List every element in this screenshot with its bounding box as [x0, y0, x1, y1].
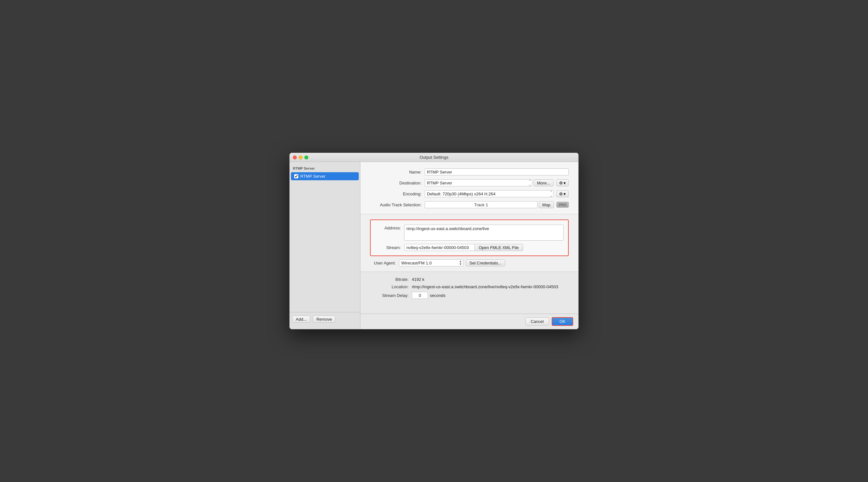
open-fmle-button[interactable]: Open FMLE XML File — [475, 244, 523, 251]
add-button[interactable]: Add... — [292, 316, 310, 323]
ok-button[interactable]: OK — [552, 317, 573, 326]
address-label: Address: — [375, 225, 401, 230]
audio-track-label: Audio Track Selection: — [370, 202, 422, 207]
maximize-button[interactable] — [305, 156, 308, 159]
encoding-gear-icon: ⚙ — [559, 192, 563, 196]
middle-section: Address: rtmp://ingest-us-east.a.switchb… — [361, 214, 578, 272]
user-agent-select-wrapper: Wirecast/FM 1.0 ▲▼ — [399, 259, 463, 266]
stream-input[interactable] — [404, 244, 475, 251]
sidebar-item-label: RTMP Server — [300, 174, 326, 179]
destination-select[interactable]: RTMP Server — [425, 179, 532, 186]
window-footer: Cancel OK — [361, 314, 578, 329]
bitrate-row: Bitrate: 4192 k — [370, 277, 569, 282]
sidebar-footer: Add... Remove — [290, 312, 360, 326]
encoding-dropdown-icon: ▾ — [563, 192, 566, 196]
bitrate-label: Bitrate: — [370, 277, 409, 282]
set-credentials-button[interactable]: Set Credentials... — [466, 259, 505, 266]
location-label: Location: — [370, 284, 409, 289]
encoding-select[interactable]: Default: 720p30 (4Mbps) x264 H.264 — [425, 190, 554, 197]
user-agent-label: User Agent: — [370, 261, 396, 265]
destination-label: Destination: — [370, 181, 422, 185]
traffic-lights — [293, 156, 308, 159]
rtmp-settings-box: Address: rtmp://ingest-us-east.a.switchb… — [370, 220, 569, 256]
user-agent-select[interactable]: Wirecast/FM 1.0 — [399, 259, 463, 266]
gear-icon: ⚙ — [559, 181, 563, 185]
name-input[interactable] — [425, 168, 569, 175]
cancel-button[interactable]: Cancel — [525, 318, 549, 325]
more-button[interactable]: More... — [534, 179, 554, 186]
pro-badge: PRO — [557, 202, 569, 207]
sidebar-item-rtmp-server[interactable]: RTMP Server — [291, 172, 359, 180]
remove-button[interactable]: Remove — [313, 316, 335, 323]
window-title: Output Settings — [420, 155, 448, 160]
close-button[interactable] — [293, 156, 297, 159]
location-row: Location: rtmp://ingest-us-east.a.switch… — [370, 284, 569, 289]
audio-track-row: Audio Track Selection: Track 1 Map PRO — [370, 201, 569, 208]
encoding-label: Encoding: — [370, 192, 422, 196]
destination-gear-button[interactable]: ⚙ ▾ — [556, 179, 569, 186]
encoding-gear-button[interactable]: ⚙ ▾ — [556, 190, 569, 197]
sidebar: RTMP Server RTMP Server Add... Remove — [290, 162, 361, 329]
destination-row: Destination: RTMP Server ⌃⌄ More... ⚙ ▾ — [370, 179, 569, 186]
address-input[interactable]: rtmp://ingest-us-east.a.switchboard.zone… — [404, 225, 563, 241]
bottom-section: Bitrate: 4192 k Location: rtmp://ingest-… — [361, 272, 578, 314]
location-value: rtmp://ingest-us-east.a.switchboard.zone… — [412, 284, 558, 289]
stream-row: Stream: Open FMLE XML File — [375, 244, 563, 251]
content-area: Name: Destination: RTMP Server ⌃⌄ More..… — [361, 162, 578, 329]
minimize-button[interactable] — [299, 156, 303, 159]
stream-delay-row: Stream Delay: seconds — [370, 292, 569, 299]
name-row: Name: — [370, 168, 569, 175]
name-label: Name: — [370, 170, 422, 174]
dropdown-arrow-icon: ▾ — [563, 181, 566, 185]
audio-track-field: Track 1 — [425, 201, 537, 208]
stream-label: Stream: — [375, 245, 401, 250]
user-agent-row: User Agent: Wirecast/FM 1.0 ▲▼ Set Crede… — [370, 259, 569, 266]
stream-delay-label: Stream Delay: — [370, 293, 409, 298]
address-row: Address: rtmp://ingest-us-east.a.switchb… — [375, 225, 563, 241]
top-section: Name: Destination: RTMP Server ⌃⌄ More..… — [361, 162, 578, 214]
map-button[interactable]: Map — [539, 201, 554, 208]
output-settings-window: Output Settings RTMP Server RTMP Server … — [289, 153, 579, 329]
stream-delay-input[interactable] — [412, 292, 428, 299]
audio-track-value: Track 1 — [474, 202, 488, 207]
title-bar: Output Settings — [290, 153, 578, 162]
sidebar-item-checkbox[interactable] — [294, 174, 298, 178]
sidebar-section-label: RTMP Server — [290, 165, 360, 172]
encoding-row: Encoding: Default: 720p30 (4Mbps) x264 H… — [370, 190, 569, 197]
seconds-label: seconds — [430, 293, 445, 298]
bitrate-value: 4192 k — [412, 277, 424, 282]
